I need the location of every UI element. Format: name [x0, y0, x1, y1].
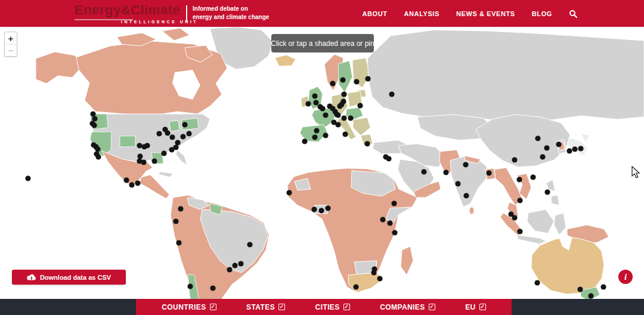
- map-pin[interactable]: [312, 134, 317, 140]
- nav-news-events[interactable]: NEWS & EVENTS: [456, 10, 515, 17]
- map-pin[interactable]: [534, 280, 540, 285]
- checkbox-checked-icon[interactable]: ✓: [429, 304, 435, 310]
- map-pin[interactable]: [357, 103, 363, 108]
- map-pin[interactable]: [340, 98, 346, 104]
- info-button[interactable]: i: [618, 270, 633, 284]
- map-pin[interactable]: [600, 284, 606, 289]
- map-pin[interactable]: [165, 130, 170, 135]
- download-csv-button[interactable]: Download data as CSV: [12, 270, 126, 285]
- map-pin[interactable]: [92, 116, 97, 121]
- map-pin[interactable]: [335, 122, 340, 127]
- map-pin[interactable]: [389, 91, 394, 97]
- zoom-in-button[interactable]: +: [5, 32, 17, 44]
- map-pin[interactable]: [95, 154, 101, 159]
- map-pin[interactable]: [544, 189, 550, 194]
- map-pin[interactable]: [556, 141, 561, 147]
- map-pin[interactable]: [342, 131, 348, 137]
- map-pin[interactable]: [90, 111, 95, 116]
- nav-analysis[interactable]: ANALYSIS: [404, 10, 439, 17]
- checkbox-checked-icon[interactable]: ✓: [343, 304, 350, 310]
- map-pin[interactable]: [455, 181, 460, 186]
- map-pin[interactable]: [129, 182, 134, 187]
- map-pin[interactable]: [318, 208, 324, 213]
- map-pin[interactable]: [578, 146, 583, 151]
- search-icon[interactable]: [569, 10, 577, 18]
- map-pin[interactable]: [151, 158, 157, 163]
- map-pin[interactable]: [187, 283, 193, 289]
- map-pin[interactable]: [544, 145, 549, 150]
- map-pin[interactable]: [443, 169, 448, 175]
- map-pin[interactable]: [463, 193, 469, 198]
- map-pin[interactable]: [182, 122, 187, 127]
- checkbox-checked-icon[interactable]: ✓: [210, 304, 216, 310]
- map-pin[interactable]: [387, 220, 392, 226]
- map-pin[interactable]: [178, 206, 183, 211]
- map-pin[interactable]: [173, 218, 178, 224]
- map-pin[interactable]: [391, 200, 397, 206]
- map-pin[interactable]: [25, 175, 30, 181]
- map-pin[interactable]: [176, 240, 181, 245]
- map-pin[interactable]: [486, 170, 491, 175]
- map-pin[interactable]: [302, 138, 307, 144]
- map-pin[interactable]: [325, 205, 330, 211]
- map-pin[interactable]: [517, 197, 522, 203]
- map-pin[interactable]: [161, 150, 166, 156]
- map-pin[interactable]: [341, 91, 346, 97]
- map-pin[interactable]: [572, 146, 577, 152]
- map-pin[interactable]: [186, 131, 191, 136]
- map-pin[interactable]: [247, 242, 252, 247]
- map-pin[interactable]: [323, 132, 328, 138]
- map-pin[interactable]: [320, 106, 325, 111]
- map-pin[interactable]: [156, 131, 162, 136]
- nav-about[interactable]: ABOUT: [362, 10, 387, 17]
- map-pin[interactable]: [516, 177, 522, 182]
- filter-eu[interactable]: EU ✓: [465, 303, 485, 311]
- map-pin[interactable]: [377, 276, 382, 281]
- map-pin[interactable]: [227, 267, 232, 272]
- map-pin[interactable]: [354, 79, 359, 84]
- map-pin[interactable]: [330, 81, 335, 86]
- map-pin[interactable]: [232, 262, 237, 268]
- map-pin[interactable]: [512, 157, 517, 162]
- map-pin[interactable]: [313, 100, 318, 105]
- map-pin[interactable]: [335, 112, 340, 118]
- map-pin[interactable]: [305, 101, 311, 106]
- map-pin[interactable]: [238, 261, 243, 266]
- checkbox-checked-icon[interactable]: ✓: [479, 304, 486, 310]
- map-pin[interactable]: [540, 154, 545, 159]
- map-pin[interactable]: [323, 112, 328, 118]
- map-pin[interactable]: [348, 115, 353, 121]
- map-pin[interactable]: [371, 270, 376, 275]
- map-pin[interactable]: [353, 284, 358, 289]
- filter-companies[interactable]: COMPANIES ✓: [380, 303, 435, 311]
- filter-countries[interactable]: COUNTRIES ✓: [162, 303, 216, 311]
- map-pin[interactable]: [380, 217, 385, 222]
- map-pin[interactable]: [91, 122, 97, 128]
- map-pin[interactable]: [517, 228, 522, 234]
- map-pin[interactable]: [314, 128, 319, 133]
- map-pin[interactable]: [386, 156, 391, 161]
- map-pin[interactable]: [566, 148, 572, 153]
- map-pin[interactable]: [169, 134, 175, 140]
- map-pin[interactable]: [144, 143, 150, 148]
- map-pin[interactable]: [175, 140, 180, 145]
- map-pin[interactable]: [341, 115, 346, 121]
- map-pin[interactable]: [512, 215, 517, 220]
- map-pin[interactable]: [137, 153, 143, 159]
- map-pin[interactable]: [535, 135, 540, 141]
- logo[interactable]: Energy&Climate INTELLIGENCE UNIT: [75, 3, 180, 17]
- map-pin[interactable]: [173, 144, 178, 150]
- map-pin[interactable]: [421, 169, 426, 174]
- map-pin[interactable]: [365, 76, 370, 81]
- map-pin[interactable]: [588, 293, 593, 298]
- map-pin[interactable]: [463, 162, 468, 167]
- map-pin[interactable]: [311, 206, 317, 212]
- map-pin[interactable]: [392, 230, 397, 235]
- map-pin[interactable]: [137, 143, 142, 148]
- map-pin[interactable]: [123, 177, 129, 183]
- map-pin[interactable]: [364, 141, 370, 146]
- nav-blog[interactable]: BLOG: [532, 10, 552, 17]
- zoom-out-button[interactable]: −: [5, 44, 17, 56]
- checkbox-checked-icon[interactable]: ✓: [278, 304, 285, 310]
- map-pin[interactable]: [135, 180, 140, 186]
